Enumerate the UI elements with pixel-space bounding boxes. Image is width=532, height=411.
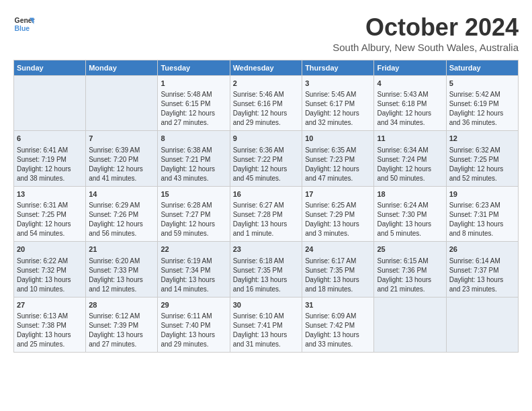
sunset-text: Sunset: 7:20 PM — [89, 155, 154, 165]
day-number: 24 — [305, 244, 371, 255]
weekday-header: Friday — [374, 60, 446, 76]
daylight-text: Daylight: 12 hours and 59 minutes. — [161, 220, 226, 238]
sunrise-text: Sunrise: 6:27 AM — [233, 201, 299, 210]
sunrise-text: Sunrise: 6:28 AM — [161, 201, 226, 210]
sunset-text: Sunset: 7:35 PM — [233, 266, 299, 275]
sunset-text: Sunset: 7:32 PM — [17, 266, 83, 275]
logo: General Blue — [13, 13, 35, 35]
sunset-text: Sunset: 7:25 PM — [449, 155, 515, 165]
sunset-text: Sunset: 6:18 PM — [377, 99, 443, 109]
daylight-text: Daylight: 13 hours and 31 minutes. — [233, 330, 299, 349]
sunrise-text: Sunrise: 6:31 AM — [17, 201, 83, 210]
sunrise-text: Sunrise: 6:17 AM — [305, 257, 371, 266]
sunrise-text: Sunrise: 6:13 AM — [17, 312, 83, 321]
day-number: 9 — [233, 134, 299, 144]
daylight-text: Daylight: 12 hours and 41 minutes. — [89, 165, 154, 183]
daylight-text: Daylight: 12 hours and 45 minutes. — [233, 165, 299, 183]
sunrise-text: Sunrise: 6:36 AM — [233, 146, 299, 155]
calendar-cell: 6Sunrise: 6:41 AMSunset: 7:19 PMDaylight… — [14, 131, 86, 186]
calendar-cell: 12Sunrise: 6:32 AMSunset: 7:25 PMDayligh… — [446, 131, 518, 186]
sunset-text: Sunset: 7:27 PM — [161, 210, 226, 220]
weekday-header: Wednesday — [230, 60, 302, 76]
day-number: 30 — [233, 300, 299, 310]
sunset-text: Sunset: 7:37 PM — [449, 266, 515, 275]
daylight-text: Daylight: 13 hours and 27 minutes. — [89, 330, 154, 349]
day-number: 13 — [17, 189, 83, 199]
sunrise-text: Sunrise: 6:15 AM — [377, 257, 443, 266]
sunrise-text: Sunrise: 5:42 AM — [449, 90, 515, 99]
sunrise-text: Sunrise: 6:39 AM — [89, 146, 154, 155]
day-number: 27 — [17, 300, 83, 310]
daylight-text: Daylight: 13 hours and 10 minutes. — [17, 275, 83, 294]
day-number: 10 — [305, 134, 371, 144]
sunset-text: Sunset: 7:30 PM — [377, 210, 443, 220]
calendar-cell: 18Sunrise: 6:24 AMSunset: 7:30 PMDayligh… — [374, 186, 446, 241]
sunrise-text: Sunrise: 6:38 AM — [161, 146, 226, 155]
day-number: 29 — [161, 300, 226, 310]
sunset-text: Sunset: 7:21 PM — [161, 155, 226, 165]
calendar-cell: 31Sunrise: 6:09 AMSunset: 7:42 PMDayligh… — [302, 297, 374, 352]
day-number: 31 — [305, 300, 371, 310]
sunrise-text: Sunrise: 6:41 AM — [17, 146, 83, 155]
calendar-cell: 24Sunrise: 6:17 AMSunset: 7:35 PMDayligh… — [302, 242, 374, 297]
day-number: 14 — [89, 189, 154, 199]
sunrise-text: Sunrise: 6:34 AM — [377, 146, 443, 155]
daylight-text: Daylight: 13 hours and 12 minutes. — [89, 275, 154, 294]
sunrise-text: Sunrise: 6:20 AM — [89, 257, 154, 266]
sunset-text: Sunset: 7:34 PM — [161, 266, 226, 275]
day-number: 1 — [161, 79, 226, 89]
calendar-week-row: 27Sunrise: 6:13 AMSunset: 7:38 PMDayligh… — [14, 297, 519, 352]
sunset-text: Sunset: 6:19 PM — [449, 99, 515, 109]
sunrise-text: Sunrise: 5:43 AM — [377, 90, 443, 99]
calendar-cell: 28Sunrise: 6:12 AMSunset: 7:39 PMDayligh… — [86, 297, 158, 352]
sunrise-text: Sunrise: 6:35 AM — [305, 146, 371, 155]
daylight-text: Daylight: 12 hours and 29 minutes. — [233, 109, 299, 128]
sunset-text: Sunset: 7:25 PM — [17, 210, 83, 220]
daylight-text: Daylight: 13 hours and 1 minute. — [233, 220, 299, 238]
day-number: 18 — [377, 189, 443, 199]
calendar-cell: 14Sunrise: 6:29 AMSunset: 7:26 PMDayligh… — [86, 186, 158, 241]
day-number: 26 — [449, 244, 515, 255]
calendar-cell: 8Sunrise: 6:38 AMSunset: 7:21 PMDaylight… — [158, 131, 230, 186]
weekday-header: Monday — [86, 60, 158, 76]
calendar-cell — [14, 76, 86, 131]
sunset-text: Sunset: 7:29 PM — [305, 210, 371, 220]
sunrise-text: Sunrise: 5:45 AM — [305, 90, 371, 99]
sunrise-text: Sunrise: 6:09 AM — [305, 312, 371, 321]
sunrise-text: Sunrise: 6:12 AM — [89, 312, 154, 321]
calendar-cell: 21Sunrise: 6:20 AMSunset: 7:33 PMDayligh… — [86, 242, 158, 297]
daylight-text: Daylight: 13 hours and 14 minutes. — [161, 275, 226, 294]
sunrise-text: Sunrise: 6:11 AM — [161, 312, 226, 321]
calendar-cell: 7Sunrise: 6:39 AMSunset: 7:20 PMDaylight… — [86, 131, 158, 186]
calendar-cell: 1Sunrise: 5:48 AMSunset: 6:15 PMDaylight… — [158, 76, 230, 131]
sunrise-text: Sunrise: 6:22 AM — [17, 257, 83, 266]
sunset-text: Sunset: 7:36 PM — [377, 266, 443, 275]
weekday-header: Saturday — [446, 60, 518, 76]
title-area: October 2024 South Albury, New South Wal… — [332, 13, 519, 53]
calendar-cell: 30Sunrise: 6:10 AMSunset: 7:41 PMDayligh… — [230, 297, 302, 352]
calendar-cell: 29Sunrise: 6:11 AMSunset: 7:40 PMDayligh… — [158, 297, 230, 352]
daylight-text: Daylight: 12 hours and 27 minutes. — [161, 109, 226, 128]
calendar-cell: 10Sunrise: 6:35 AMSunset: 7:23 PMDayligh… — [302, 131, 374, 186]
calendar-cell: 22Sunrise: 6:19 AMSunset: 7:34 PMDayligh… — [158, 242, 230, 297]
sunrise-text: Sunrise: 5:46 AM — [233, 90, 299, 99]
day-number: 17 — [305, 189, 371, 199]
page-header: General Blue October 2024 South Albury, … — [13, 13, 519, 53]
daylight-text: Daylight: 13 hours and 25 minutes. — [17, 330, 83, 349]
daylight-text: Daylight: 13 hours and 29 minutes. — [161, 330, 226, 349]
calendar-cell: 3Sunrise: 5:45 AMSunset: 6:17 PMDaylight… — [302, 76, 374, 131]
calendar-cell — [86, 76, 158, 131]
weekday-header: Tuesday — [158, 60, 230, 76]
svg-text:Blue: Blue — [15, 25, 30, 32]
daylight-text: Daylight: 12 hours and 36 minutes. — [449, 109, 515, 128]
day-number: 28 — [89, 300, 154, 310]
day-number: 12 — [449, 134, 515, 144]
day-number: 3 — [305, 79, 371, 89]
calendar-cell: 5Sunrise: 5:42 AMSunset: 6:19 PMDaylight… — [446, 76, 518, 131]
day-number: 8 — [161, 134, 226, 144]
sunset-text: Sunset: 7:28 PM — [233, 210, 299, 220]
sunrise-text: Sunrise: 6:32 AM — [449, 146, 515, 155]
daylight-text: Daylight: 13 hours and 3 minutes. — [305, 220, 371, 238]
calendar-week-row: 6Sunrise: 6:41 AMSunset: 7:19 PMDaylight… — [14, 131, 519, 186]
sunset-text: Sunset: 7:23 PM — [305, 155, 371, 165]
